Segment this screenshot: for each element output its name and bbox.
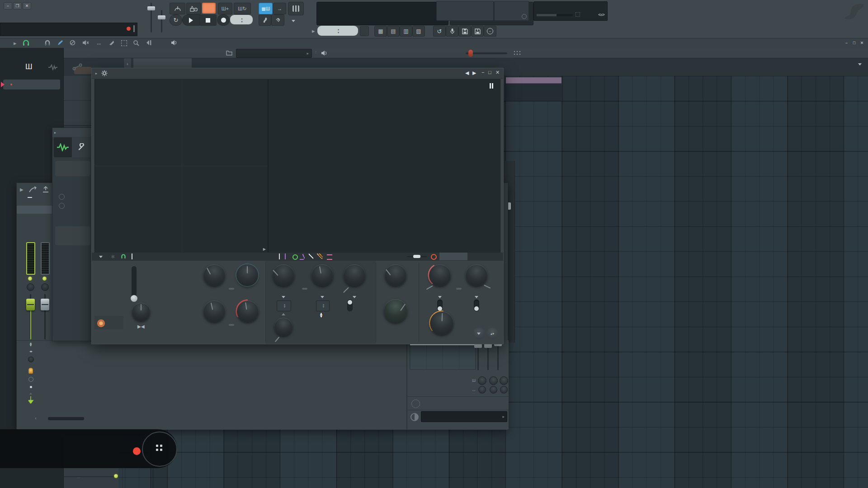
mixer-send-icon[interactable] [28,186,38,193]
lines-pink-icon[interactable] [327,254,332,260]
master-volume-thumb[interactable] [147,6,155,10]
output-route-icon[interactable] [410,413,419,422]
post-knob[interactable] [236,264,258,286]
zoom-tool-icon[interactable] [133,40,139,46]
arrange-windows-button[interactable]: ▧ [412,26,425,37]
freeze-icon[interactable]: ✱ [111,254,115,260]
tempo-display[interactable]: ▴▾ [230,15,253,24]
position-display[interactable] [202,3,216,14]
dot-mode-icon[interactable] [292,254,298,260]
play-button[interactable] [182,14,200,26]
output-selector[interactable]: ▸ [421,411,507,422]
slope-double-icon[interactable] [317,253,323,259]
wave-cursor-icon[interactable] [279,253,280,259]
swing-slider[interactable] [466,52,507,54]
song-mode-button[interactable]: → [273,3,286,14]
tile-windows-button[interactable]: ▦ [374,26,387,37]
link-button[interactable] [271,14,284,26]
pattern-selector[interactable]: ▴▾ [317,26,358,36]
radio-icon[interactable] [59,194,65,200]
master-pitch-slider[interactable] [161,10,162,33]
monitor-tab[interactable] [439,253,467,260]
slide-tool-icon[interactable]: ↔ [96,40,102,46]
solo-led[interactable] [97,319,105,327]
low-caret-down[interactable] [438,296,442,298]
preset-prev-icon[interactable]: ◀ [465,70,469,76]
track-menu-dots[interactable]: ... [77,474,80,479]
file-row[interactable] [55,161,90,176]
eq-slider-thumb[interactable] [484,344,492,348]
select-tool-icon[interactable] [121,40,127,46]
peak-rms-toggle[interactable] [347,300,353,311]
att-spinner[interactable]: ▴▾ [277,300,291,311]
declicking-box[interactable] [55,226,90,245]
audio-view-icon[interactable] [48,64,58,70]
eq-knob[interactable] [489,376,498,385]
eq-knob[interactable] [500,376,508,385]
app-close-button[interactable]: ✕ [23,2,31,9]
comp-state-thumb[interactable] [131,295,137,302]
eq-slider-thumb[interactable] [474,344,482,348]
tab-settings[interactable] [72,137,91,157]
tile-horizontal-button[interactable]: ▤ [387,26,400,37]
pattern-add-button[interactable] [360,26,369,36]
magnet-icon[interactable] [44,40,51,46]
folder-icon[interactable] [226,50,232,56]
link-view-icon[interactable] [72,63,82,70]
playlist-maximize-button[interactable]: □ [850,40,858,46]
playlist-close-button[interactable]: ✕ [858,40,866,46]
delete-slash-icon[interactable] [70,40,75,46]
env-menu-caret[interactable] [99,256,103,258]
high-knob[interactable] [466,264,487,286]
sustain-caret-down[interactable] [353,296,356,298]
gear-icon[interactable] [101,70,108,76]
pattern-play-icon[interactable] [1,82,5,87]
eq-knob[interactable] [478,386,486,394]
maximus-close-button[interactable]: ✕ [495,70,500,75]
sustain-knob[interactable] [344,264,365,286]
swing-slider-thumb[interactable] [468,50,473,57]
overlay-knob-ring[interactable] [142,432,177,467]
eq-display[interactable] [410,344,476,370]
record-audio-button[interactable] [446,26,458,37]
maximus-maximize-button[interactable]: □ [488,70,491,75]
mixer-menu-arrow[interactable]: ▶ [20,188,24,192]
mute-speaker-icon[interactable] [82,40,89,46]
insert-fader[interactable] [41,299,49,310]
rack-grid-icon[interactable] [513,50,521,56]
pre-knob[interactable] [203,264,225,286]
rel-caret-down[interactable] [321,296,324,298]
tile-vertical-button[interactable]: ▥ [400,26,412,37]
rel-knob[interactable] [311,264,333,286]
stop-button[interactable] [199,14,217,26]
undo-button[interactable]: ↺ [433,26,446,37]
audio-clip-header[interactable] [506,77,561,84]
save-button[interactable] [458,26,471,37]
preset-next-icon[interactable]: ▶ [472,70,476,76]
tempo-spinner[interactable]: ▴▾ [241,17,242,23]
next-band-button[interactable]: ▴▾ [486,328,498,339]
time-display[interactable] [316,2,448,25]
att-caret-up[interactable] [282,313,285,315]
master-lamp-icon[interactable] [28,368,33,374]
slope-purple-icon[interactable] [299,253,307,260]
organ-button[interactable] [288,2,304,15]
tab-sample[interactable] [54,137,72,157]
save-new-version-button[interactable] [471,26,484,37]
eq-slider[interactable] [497,342,499,370]
slope-white-icon[interactable] [309,253,313,259]
pattern-loop-button[interactable]: Ш↻ [234,3,251,14]
metronome-button[interactable] [186,3,201,14]
time-clock-icon[interactable] [411,399,420,408]
ceil-knob[interactable] [237,300,259,322]
eq-knob[interactable] [478,376,486,385]
record-monitor-icon[interactable] [431,254,437,260]
eq-knob[interactable] [500,386,508,394]
low-knob[interactable] [429,264,451,286]
piano-view-icon[interactable]: Ш [25,62,33,71]
insert-pan-knob[interactable] [41,283,49,291]
master-fader[interactable] [26,299,35,310]
audio-clip[interactable] [505,77,563,101]
more-options-caret[interactable] [292,20,295,22]
detach-arrow-icon[interactable]: ▸ [14,40,17,46]
